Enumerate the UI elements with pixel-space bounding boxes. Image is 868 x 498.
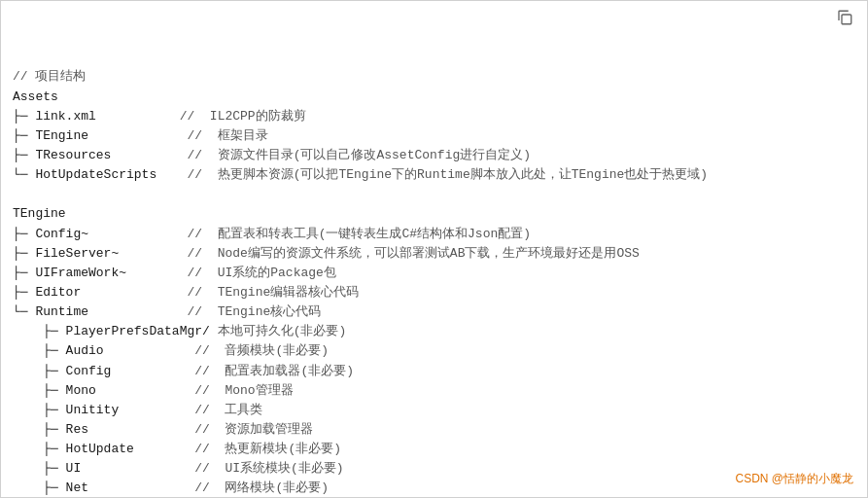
line-code: Net <box>66 479 88 498</box>
line-spaces <box>88 420 194 440</box>
line-comment: // 热更脚本资源(可以把TEngine下的Runtime脚本放入此处，让TEn… <box>187 165 708 185</box>
line-indent: ├─ <box>13 381 66 401</box>
line-indent: └─ <box>13 302 35 322</box>
copy-button[interactable] <box>836 9 855 28</box>
line-spaces <box>96 107 180 126</box>
code-line: ├─ Config // 配置表加载器(非必要) <box>13 362 826 381</box>
code-line: ├─ UI // UI系统模块(非必要) <box>13 459 826 479</box>
line-code: TResources <box>35 146 111 165</box>
line-indent: ├─ <box>13 126 35 146</box>
code-line: └─ HotUpdateScripts // 热更脚本资源(可以把TEngine… <box>13 165 826 185</box>
line-spaces <box>81 283 187 302</box>
line-spaces <box>111 362 194 381</box>
line-code: Unitity <box>66 401 120 420</box>
line-comment: // 资源加载管理器 <box>194 420 313 440</box>
line-comment: // 网络模块(非必要) <box>194 479 329 498</box>
line-spaces <box>88 302 187 322</box>
line-code: Config <box>66 362 112 381</box>
line-spaces <box>111 146 187 165</box>
code-line: ├─ HotUpdate // 热更新模块(非必要) <box>13 440 826 459</box>
code-line: ├─ Unitity // 工具类 <box>13 401 826 420</box>
line-spaces <box>81 459 194 479</box>
line-code: Editor <box>35 283 81 302</box>
code-container: // 项目结构Assets├─ link.xml // IL2CPP的防裁剪├─… <box>0 0 868 498</box>
line-indent: ├─ <box>13 362 66 381</box>
code-line: ├─ PlayerPrefsDataMgr/ 本地可持久化(非必要) <box>13 322 826 341</box>
line-indent: ├─ <box>13 420 66 440</box>
line-comment: // 配置表加载器(非必要) <box>194 362 354 381</box>
line-spaces: / <box>202 322 218 341</box>
line-comment: // 工具类 <box>194 401 262 420</box>
code-line: ├─ FileServer~ // Node编写的资源文件系统，可以部署测试AB… <box>13 244 826 264</box>
code-line: Assets <box>13 88 826 107</box>
footer-prefix: CSDN @ <box>735 472 783 485</box>
line-spaces <box>134 440 194 459</box>
svg-rect-0 <box>842 15 851 24</box>
line-spaces <box>96 381 194 401</box>
line-code: HotUpdateScripts <box>35 165 156 185</box>
line-code: UIFrameWork~ <box>35 264 126 283</box>
line-spaces <box>88 126 187 146</box>
line-spaces <box>88 225 187 244</box>
code-line: ├─ UIFrameWork~ // UI系统的Package包 <box>13 264 826 283</box>
line-code: TEngine <box>35 126 88 146</box>
code-line: ├─ TResources // 资源文件目录(可以自己修改AssetConfi… <box>13 146 826 165</box>
code-line: ├─ Mono // Mono管理器 <box>13 381 826 401</box>
line-code: link.xml <box>35 107 95 126</box>
line-indent: ├─ <box>13 479 66 498</box>
line-code: Audio <box>66 341 104 361</box>
line-code: Config~ <box>35 225 88 244</box>
code-line: TEngine <box>13 204 826 224</box>
footer-author: 恬静的小魔龙 <box>783 472 853 485</box>
code-line: ├─ Audio // 音频模块(非必要) <box>13 341 826 361</box>
line-comment: 本地可持久化(非必要) <box>218 322 347 341</box>
line-spaces <box>88 479 194 498</box>
code-line: └─ Runtime // TEngine核心代码 <box>13 302 826 322</box>
line-indent: ├─ <box>13 440 66 459</box>
line-spaces <box>119 244 187 264</box>
line-comment: // 资源文件目录(可以自己修改AssetConfig进行自定义) <box>187 146 531 165</box>
line-spaces <box>104 341 195 361</box>
line-code: Res <box>66 420 88 440</box>
line-indent: ├─ <box>13 244 35 264</box>
footer: CSDN @恬静的小魔龙 <box>735 471 853 487</box>
code-line <box>13 185 826 204</box>
line-comment: // UI系统的Package包 <box>187 264 335 283</box>
line-indent: ├─ <box>13 459 66 479</box>
code-line: // 项目结构 <box>13 67 826 87</box>
code-line: ├─ Editor // TEngine编辑器核心代码 <box>13 283 826 302</box>
line-code: Mono <box>66 381 96 401</box>
line-code: UI <box>66 459 82 479</box>
line-indent: ├─ <box>13 146 35 165</box>
line-indent: ├─ <box>13 264 35 283</box>
line-spaces <box>126 264 187 283</box>
line-comment: // 框架目录 <box>187 126 267 146</box>
line-code: Runtime <box>35 302 88 322</box>
code-content: // 项目结构Assets├─ link.xml // IL2CPP的防裁剪├─… <box>13 9 855 498</box>
line-comment: // Node编写的资源文件系统，可以部署测试AB下载，生产环境最好还是用OSS <box>187 244 639 264</box>
line-comment: // UI系统模块(非必要) <box>194 459 343 479</box>
line-comment: // TEngine核心代码 <box>187 302 321 322</box>
line-comment: // TEngine编辑器核心代码 <box>187 283 359 302</box>
line-text: // 项目结构 <box>13 67 86 87</box>
line-indent: ├─ <box>13 225 35 244</box>
line-indent: ├─ <box>13 401 66 420</box>
code-line: ├─ Res // 资源加载管理器 <box>13 420 826 440</box>
code-line: ├─ link.xml // IL2CPP的防裁剪 <box>13 107 826 126</box>
line-comment: // IL2CPP的防裁剪 <box>180 107 306 126</box>
line-code: HotUpdate <box>66 440 134 459</box>
line-indent: ├─ <box>13 322 66 341</box>
line-indent: ├─ <box>13 107 35 126</box>
line-comment: // Mono管理器 <box>194 381 293 401</box>
code-line: ├─ TEngine // 框架目录 <box>13 126 826 146</box>
line-spaces <box>156 165 187 185</box>
line-text: Assets <box>13 88 58 107</box>
line-comment: // 配置表和转表工具(一键转表生成C#结构体和Json配置) <box>187 225 531 244</box>
line-indent: ├─ <box>13 341 66 361</box>
line-comment: // 音频模块(非必要) <box>194 341 329 361</box>
line-code: PlayerPrefsDataMgr <box>66 322 202 341</box>
line-indent: └─ <box>13 165 35 185</box>
code-line: ├─ Config~ // 配置表和转表工具(一键转表生成C#结构体和Json配… <box>13 225 826 244</box>
line-text: TEngine <box>13 204 66 224</box>
line-indent: ├─ <box>13 283 35 302</box>
